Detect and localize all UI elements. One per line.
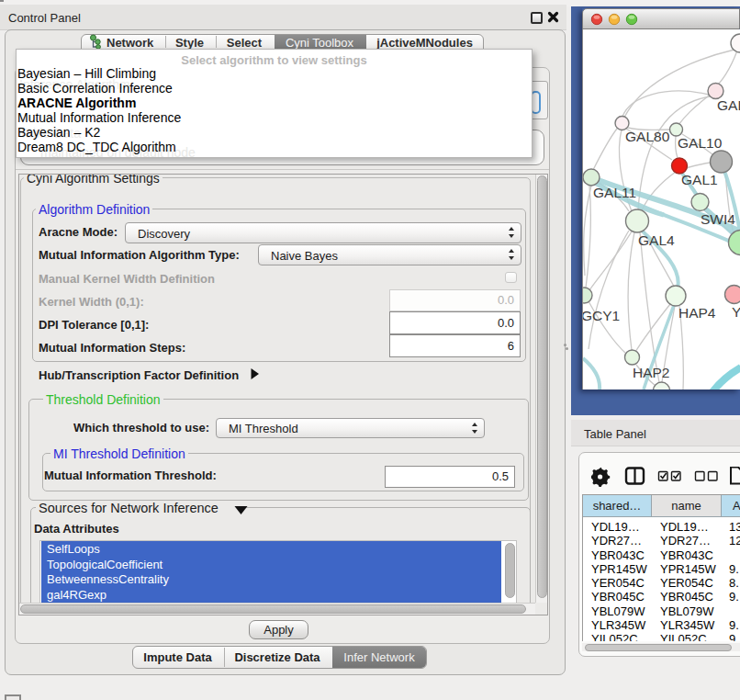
svg-text:YEL: YEL bbox=[732, 304, 740, 320]
svg-text:GAL10: GAL10 bbox=[678, 135, 723, 151]
svg-text:GAL4: GAL4 bbox=[638, 232, 675, 248]
svg-text:GCY1: GCY1 bbox=[582, 308, 620, 323]
svg-text:HAP2: HAP2 bbox=[633, 365, 670, 380]
svg-text:GAL7: GAL7 bbox=[717, 97, 740, 113]
svg-text:SWI4: SWI4 bbox=[701, 211, 735, 227]
svg-text:GAL11: GAL11 bbox=[593, 185, 636, 200]
svg-text:HAP4: HAP4 bbox=[678, 305, 716, 321]
svg-text:GAL1: GAL1 bbox=[681, 172, 718, 187]
svg-text:GAL80: GAL80 bbox=[625, 129, 670, 144]
